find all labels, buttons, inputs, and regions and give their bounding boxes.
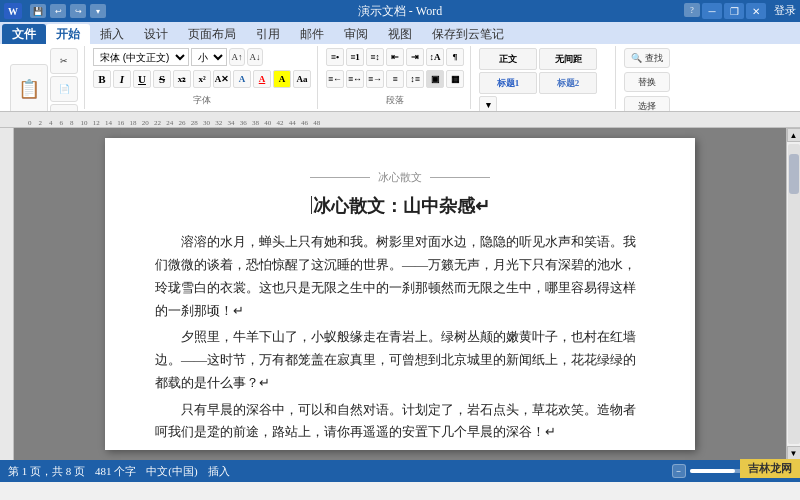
italic-button[interactable]: I [113,70,131,88]
font-label: 字体 [193,94,211,107]
doc-paragraph-3[interactable]: 只有早晨的深谷中，可以和自然对语。计划定了，岩石点头，草花欢笑。造物者呵我们是跫… [155,399,645,445]
increase-font-button[interactable]: A↑ [229,48,245,66]
decrease-font-button[interactable]: A↓ [247,48,263,66]
increase-indent-button[interactable]: ⇥ [406,48,424,66]
insert-mode: 插入 [208,464,230,479]
line-spacing-button[interactable]: ↕≡ [406,70,424,88]
font-color-button[interactable]: A [253,70,271,88]
ribbon-tabs: 文件 开始 插入 设计 页面布局 引用 邮件 审阅 视图 保存到云笔记 [0,22,800,44]
page-count: 第 1 页，共 8 页 [8,464,85,479]
ribbon-toolbar: 📋 ✂ 📄 🖌 粘贴板 宋体 (中文正文) 小二 A↑ A↓ B [0,44,800,112]
left-ruler [0,128,14,460]
tab-home[interactable]: 开始 [46,24,90,44]
justify-button[interactable]: ≡ [386,70,404,88]
superscript-button[interactable]: x² [193,70,211,88]
word-logo-icon: W [4,3,22,19]
tab-cloud[interactable]: 保存到云笔记 [422,24,514,44]
style-normal[interactable]: 正文 [479,48,537,70]
para-row-2: ≡← ≡↔ ≡→ ≡ ↕≡ ▣ ▦ [326,70,464,88]
tab-mailings[interactable]: 邮件 [290,24,334,44]
cut-button[interactable]: ✂ [50,48,78,74]
language-info: 中文(中国) [146,464,197,479]
paragraph-label: 段落 [386,94,404,107]
document-title[interactable]: 冰心散文：山中杂感↵ [155,191,645,222]
underline-button[interactable]: U [133,70,151,88]
decoration-text: 冰心散文 [378,168,422,187]
styles-dropdown-button[interactable]: ▾ [479,96,497,112]
text-effect-button[interactable]: A [233,70,251,88]
tab-view[interactable]: 视图 [378,24,422,44]
help-button[interactable]: ? [684,3,700,17]
save-quick-icon[interactable]: 💾 [30,4,46,18]
tab-review[interactable]: 审阅 [334,24,378,44]
font-row-1: 宋体 (中文正文) 小二 A↑ A↓ [93,48,263,66]
tab-design[interactable]: 设计 [134,24,178,44]
scroll-track[interactable] [788,144,800,444]
window-controls: ? ─ ❐ ✕ 登录 [684,3,796,19]
align-left-button[interactable]: ≡← [326,70,344,88]
numbering-button[interactable]: ≡1 [346,48,364,66]
tab-insert[interactable]: 插入 [90,24,134,44]
style-heading1[interactable]: 标题1 [479,72,537,94]
main-area: 冰心散文 冰心散文：山中杂感↵ 溶溶的水月，蝉头上只有她和我。树影里对面水边，隐… [0,128,800,460]
styles-content: 正文 无间距 标题1 标题2 ▾ [479,48,609,112]
align-right-button[interactable]: ≡→ [366,70,384,88]
insert-mode-text: 插入 [208,464,230,479]
replace-button[interactable]: 替换 [624,72,670,92]
scroll-up-button[interactable]: ▲ [787,128,801,142]
ruler-marks: 0 2 4 6 8 10 12 14 16 18 20 22 24 26 28 … [8,112,320,127]
scroll-down-button[interactable]: ▼ [787,446,801,460]
tab-file[interactable]: 文件 [2,24,46,44]
style-noindent[interactable]: 无间距 [539,48,597,70]
window-title: 演示文档 - Word [358,3,442,20]
restore-button[interactable]: ❐ [724,3,744,19]
paste-button[interactable]: 📋 [10,64,48,112]
watermark: 吉林龙网 [740,459,800,478]
highlight-button[interactable]: A [273,70,291,88]
zoom-out-button[interactable]: － [672,464,686,478]
font-size-select[interactable]: 小二 [191,48,227,66]
select-button[interactable]: 选择 [624,96,670,112]
tab-layout[interactable]: 页面布局 [178,24,246,44]
format-painter-button[interactable]: 🖌 [50,104,78,112]
editing-content: 🔍 查找 替换 选择 [624,48,670,112]
copy-button[interactable]: 📄 [50,76,78,102]
customize-quick-icon[interactable]: ▾ [90,4,106,18]
decrease-indent-button[interactable]: ⇤ [386,48,404,66]
bold-button[interactable]: B [93,70,111,88]
find-button[interactable]: 🔍 查找 [624,48,670,68]
show-marks-button[interactable]: ¶ [446,48,464,66]
font-content: 宋体 (中文正文) 小二 A↑ A↓ B I U S x₂ x² A✕ A A … [93,48,311,94]
zoom-slider-fill [690,469,735,473]
multilevel-button[interactable]: ≡↕ [366,48,384,66]
doc-paragraph-2[interactable]: 夕照里，牛羊下山了，小蚁般缘走在青岩上。绿树丛颠的嫩黄叶子，也村在红墙边。——这… [155,326,645,394]
border-button[interactable]: ▦ [446,70,464,88]
subscript-button[interactable]: x₂ [173,70,191,88]
char-spacing-button[interactable]: Aa [293,70,311,88]
clear-format-button[interactable]: A✕ [213,70,231,88]
sort-button[interactable]: ↕A [426,48,444,66]
doc-paragraph-1[interactable]: 溶溶的水月，蝉头上只有她和我。树影里对面水边，隐隐的听见水声和笑语。我们微微的谈… [155,231,645,322]
close-button[interactable]: ✕ [746,3,766,19]
font-name-select[interactable]: 宋体 (中文正文) [93,48,189,66]
style-heading2[interactable]: 标题2 [539,72,597,94]
bullets-button[interactable]: ≡• [326,48,344,66]
status-bar: 第 1 页，共 8 页 481 个字 中文(中国) 插入 － ＋ 90% [0,460,800,482]
paragraph-group: ≡• ≡1 ≡↕ ⇤ ⇥ ↕A ¶ ≡← ≡↔ ≡→ ≡ ↕≡ ▣ ▦ 段落 [320,46,471,109]
word-count-text: 481 个字 [95,464,136,479]
editing-group: 🔍 查找 替换 选择 编辑 [618,46,676,109]
redo-quick-icon[interactable]: ↪ [70,4,86,18]
undo-quick-icon[interactable]: ↩ [50,4,66,18]
align-center-button[interactable]: ≡↔ [346,70,364,88]
vertical-scrollbar: ▲ ▼ [786,128,800,460]
login-label[interactable]: 登录 [774,3,796,19]
document-decoration: 冰心散文 [155,168,645,187]
language-text: 中文(中国) [146,464,197,479]
minimize-button[interactable]: ─ [702,3,722,19]
shading-button[interactable]: ▣ [426,70,444,88]
clipboard-content: 📋 ✂ 📄 🖌 [10,48,78,112]
strikethrough-button[interactable]: S [153,70,171,88]
scroll-thumb[interactable] [789,154,799,194]
tab-references[interactable]: 引用 [246,24,290,44]
title-bar: W 💾 ↩ ↪ ▾ 演示文档 - Word ? ─ ❐ ✕ 登录 [0,0,800,22]
